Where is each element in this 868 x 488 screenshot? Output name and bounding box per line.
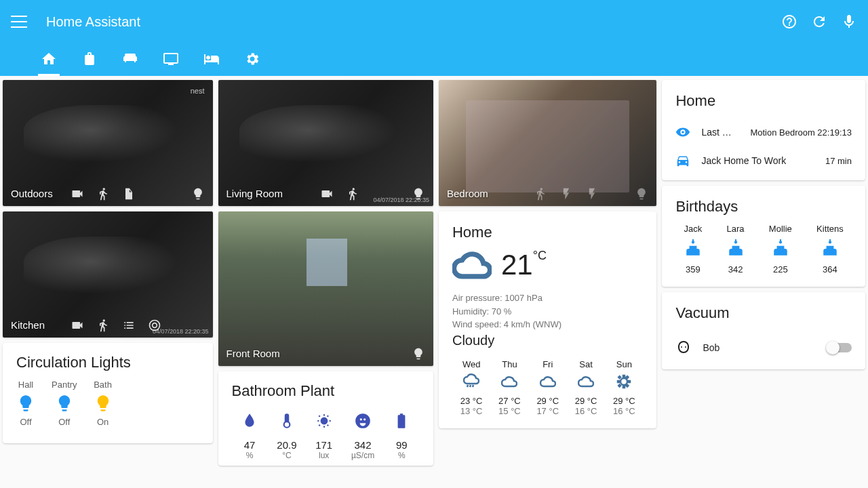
light-state: Off bbox=[58, 417, 70, 427]
birthday-jack[interactable]: Jack 359 bbox=[684, 224, 703, 274]
plant-temperature[interactable]: 20.9 °C bbox=[277, 412, 296, 460]
temp-low: 17 °C bbox=[536, 406, 559, 416]
camera-living-room[interactable]: Living Room 04/07/2018 22:20:35 bbox=[218, 80, 433, 206]
plant-value: 171 bbox=[315, 439, 333, 451]
plant-value: 342 bbox=[351, 439, 374, 451]
forecast-thu[interactable]: Thu 27 °C 15 °C bbox=[498, 359, 521, 416]
tab-home[interactable] bbox=[38, 43, 60, 76]
plant-conductivity[interactable]: 342 µS/cm bbox=[351, 412, 374, 460]
tab-media[interactable] bbox=[160, 43, 182, 76]
vacuum-card: Vacuum Bob bbox=[662, 292, 865, 369]
birthday-mollie[interactable]: Mollie 225 bbox=[769, 224, 792, 274]
temperature-icon bbox=[278, 412, 296, 430]
light-pantry[interactable]: Pantry Off bbox=[52, 380, 77, 427]
row-label: Jack Home To Work bbox=[701, 155, 814, 166]
forecast-fri[interactable]: Fri 29 °C 17 °C bbox=[536, 359, 559, 416]
conductivity-icon bbox=[354, 412, 372, 430]
camera-outdoors[interactable]: nest Outdoors bbox=[3, 80, 213, 206]
condition: Cloudy bbox=[452, 333, 643, 348]
timestamp: 04/07/2018 22:20:35 bbox=[373, 197, 429, 203]
walk-icon[interactable] bbox=[346, 187, 359, 201]
temp-low: 16 °C bbox=[575, 406, 597, 416]
plant-unit: µS/cm bbox=[351, 451, 374, 460]
door-icon[interactable] bbox=[122, 187, 136, 201]
video-icon[interactable] bbox=[71, 187, 84, 201]
temp-high: 29 °C bbox=[613, 396, 635, 406]
walk-icon[interactable] bbox=[534, 187, 547, 201]
gear-icon bbox=[244, 51, 260, 67]
eye-icon bbox=[675, 125, 690, 140]
walk-icon[interactable] bbox=[96, 319, 110, 332]
vacuum-toggle[interactable] bbox=[827, 343, 852, 352]
refresh-icon[interactable] bbox=[811, 14, 827, 30]
list-icon[interactable] bbox=[122, 319, 136, 332]
menu-button[interactable] bbox=[11, 14, 27, 30]
home-row[interactable]: Last Motion … Motion Bedroom 22:19:13 bbox=[662, 118, 865, 146]
forecast-sat[interactable]: Sat 29 °C 16 °C bbox=[575, 359, 597, 416]
bulb-icon[interactable] bbox=[412, 347, 425, 361]
tab-bedroom[interactable] bbox=[201, 43, 222, 76]
temp-high: 23 °C bbox=[460, 396, 483, 406]
video-icon[interactable] bbox=[71, 319, 84, 332]
temp-low: 16 °C bbox=[613, 406, 635, 416]
birthday-lara[interactable]: Lara 342 bbox=[727, 224, 745, 274]
camera-label: Living Room bbox=[226, 188, 283, 199]
light-bath[interactable]: Bath On bbox=[94, 380, 113, 427]
sun-icon bbox=[616, 373, 632, 390]
wind: Wind speed: 4 km/h (WNW) bbox=[452, 318, 643, 331]
tab-settings[interactable] bbox=[241, 43, 263, 76]
birthday-name: Mollie bbox=[769, 224, 792, 234]
bolt-icon[interactable] bbox=[559, 187, 573, 201]
tab-kitchen[interactable] bbox=[79, 43, 100, 76]
tab-living[interactable] bbox=[119, 43, 141, 76]
plant-unit: lux bbox=[315, 451, 333, 460]
bathroom-plant-card: Bathroom Plant 47 % 20.9 °C 171 lux 342 … bbox=[218, 371, 433, 466]
plant-brightness[interactable]: 171 lux bbox=[315, 412, 333, 460]
bed-icon bbox=[203, 51, 220, 67]
plant-value: 20.9 bbox=[277, 439, 296, 451]
app-title: Home Assistant bbox=[46, 14, 140, 30]
video-icon[interactable] bbox=[320, 187, 334, 201]
circulation-lights-card: Circulation Lights Hall Off Pantry Off B… bbox=[3, 343, 213, 443]
home-card: Home Last Motion … Motion Bedroom 22:19:… bbox=[662, 80, 865, 180]
help-icon[interactable] bbox=[781, 14, 797, 30]
camera-front-room[interactable]: Front Room bbox=[218, 211, 433, 366]
birthday-days: 342 bbox=[727, 264, 745, 274]
row-value: 17 min bbox=[825, 156, 852, 166]
row-value: Motion Bedroom 22:19:13 bbox=[750, 127, 852, 138]
walk-icon[interactable] bbox=[96, 187, 110, 201]
bulb-icon[interactable] bbox=[635, 187, 648, 201]
temp-low: 13 °C bbox=[460, 406, 483, 416]
day-name: Thu bbox=[498, 359, 521, 369]
mic-icon[interactable] bbox=[841, 14, 857, 30]
birthday-kittens[interactable]: Kittens 364 bbox=[816, 224, 844, 274]
brightness-icon bbox=[315, 412, 333, 430]
home-row[interactable]: Jack Home To Work 17 min bbox=[662, 146, 865, 175]
bolt-icon[interactable] bbox=[585, 187, 599, 201]
plant-moisture[interactable]: 47 % bbox=[241, 412, 258, 460]
forecast-wed[interactable]: Wed 23 °C 13 °C bbox=[460, 359, 483, 416]
rain-icon bbox=[463, 373, 479, 390]
plant-battery[interactable]: 99 % bbox=[393, 412, 410, 460]
temp-high: 29 °C bbox=[575, 396, 597, 406]
birthday-name: Lara bbox=[727, 224, 745, 234]
plant-unit: % bbox=[241, 451, 258, 460]
temp-high: 27 °C bbox=[498, 396, 521, 406]
card-title: Home bbox=[662, 80, 865, 118]
forecast-sun[interactable]: Sun 29 °C 16 °C bbox=[613, 359, 635, 416]
light-hall[interactable]: Hall Off bbox=[16, 380, 35, 427]
bulb-icon bbox=[94, 394, 113, 413]
car-icon bbox=[675, 153, 690, 168]
nest-badge: nest bbox=[191, 87, 205, 95]
bulb-icon[interactable] bbox=[191, 187, 205, 201]
card-title: Vacuum bbox=[662, 292, 865, 330]
camera-label: Bedroom bbox=[447, 188, 488, 199]
plant-unit: °C bbox=[277, 451, 296, 460]
light-name: Hall bbox=[18, 380, 33, 390]
current-temp: 21 bbox=[501, 249, 533, 281]
birthday-days: 359 bbox=[684, 264, 703, 274]
weather-card: Home 21°C Air pressure: 1007 hPa Humidit… bbox=[439, 211, 656, 428]
camera-bedroom[interactable]: Bedroom bbox=[439, 80, 656, 206]
birthday-name: Kittens bbox=[816, 224, 844, 234]
camera-kitchen[interactable]: Kitchen 04/07/2018 22:20:35 bbox=[3, 211, 213, 338]
